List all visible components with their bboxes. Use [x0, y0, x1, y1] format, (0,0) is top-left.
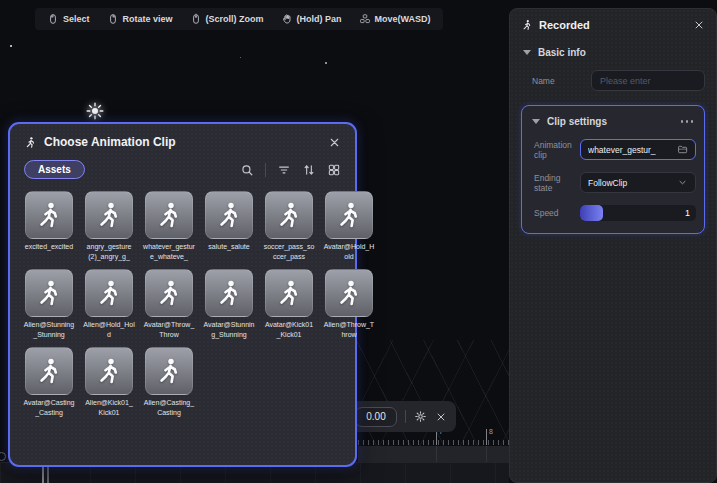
timeline-settings-button[interactable] — [414, 410, 427, 423]
tool-select[interactable]: Select — [47, 13, 90, 25]
walker-icon — [34, 356, 64, 386]
animation-clip-item[interactable]: Avatar@Casting_Casting — [23, 347, 75, 419]
close-icon — [435, 411, 447, 423]
filter-button[interactable] — [277, 163, 291, 177]
clip-thumbnail[interactable] — [85, 191, 133, 239]
clip-settings-section-header[interactable]: Clip settings — [532, 116, 696, 127]
panel-title: Recorded — [539, 19, 687, 31]
clip-name: angry_gesture (2)_angry_g_ — [83, 242, 135, 263]
clip-name: Alien@Throw_Throw — [323, 320, 375, 341]
animation-clip-item[interactable]: excited_excited — [23, 191, 75, 263]
recorded-panel: Recorded Basic info Name Clip settings A… — [509, 8, 717, 483]
wasd-keys-icon — [359, 13, 371, 25]
ending-state-row: Ending state FollowClip — [530, 172, 696, 193]
filter-icon — [277, 163, 291, 177]
clip-thumbnail[interactable] — [85, 347, 133, 395]
tool-label: (Scroll) Zoom — [206, 14, 264, 24]
basic-info-section-header[interactable]: Basic info — [523, 47, 705, 58]
animation-clip-label: Animation clip — [534, 140, 580, 160]
animation-clip-value: whatever_gestur_ — [588, 145, 677, 155]
assets-filter-button[interactable]: Assets — [24, 160, 85, 179]
clip-thumbnail[interactable] — [25, 269, 73, 317]
tool-rotate-view[interactable]: Rotate view — [107, 13, 173, 25]
more-icon[interactable] — [678, 117, 697, 126]
animation-clip-item[interactable]: Alien@Hold_Hold — [83, 269, 135, 341]
ending-state-value: FollowClip — [588, 178, 677, 188]
clip-thumbnail[interactable] — [145, 269, 193, 317]
sort-button[interactable] — [302, 163, 316, 177]
animation-clip-item[interactable]: Alien@Throw_Throw — [323, 269, 375, 341]
clip-thumbnail[interactable] — [145, 347, 193, 395]
section-title: Clip settings — [547, 116, 607, 127]
clip-thumbnail[interactable] — [265, 269, 313, 317]
clip-thumbnail[interactable] — [205, 269, 253, 317]
speed-label: Speed — [534, 208, 580, 218]
animation-clip-field[interactable]: whatever_gestur_ — [580, 139, 696, 160]
app-window: Select Rotate view (Scroll) Zoom (Hold) … — [0, 0, 717, 483]
walker-icon — [334, 200, 364, 230]
walker-icon — [521, 19, 533, 31]
clip-name: Avatar@Kick01_Kick01 — [263, 320, 315, 341]
clip-thumbnail[interactable] — [25, 191, 73, 239]
divider — [265, 163, 266, 177]
dialog-close-button[interactable] — [328, 136, 341, 149]
animation-clip-item[interactable]: Avatar@Stunning_Stunning — [203, 269, 255, 341]
animation-clip-item[interactable]: Avatar@Hold_Hold — [323, 191, 375, 263]
mouse-scroll-icon — [190, 13, 202, 25]
dialog-header: Choose Animation Clip — [10, 124, 355, 156]
clip-thumbnail[interactable] — [25, 347, 73, 395]
clip-settings-card: Clip settings Animation clip whatever_ge… — [521, 105, 705, 234]
animation-clip-item[interactable]: soccer_pass_soccer_pass — [263, 191, 315, 263]
tool-label: (Hold) Pan — [297, 14, 342, 24]
speed-slider[interactable]: 1 — [580, 205, 696, 221]
light-gizmo-icon[interactable] — [85, 101, 105, 121]
time-value-input[interactable]: 0.00 — [355, 407, 397, 427]
clip-name: Avatar@Throw_Throw — [143, 320, 195, 341]
clip-thumbnail[interactable] — [325, 191, 373, 239]
name-row: Name — [521, 70, 705, 91]
grid-view-icon — [327, 163, 341, 177]
tool-label: Move(WASD) — [375, 14, 431, 24]
name-input[interactable] — [591, 70, 705, 91]
close-icon — [693, 19, 705, 31]
animation-clip-item[interactable]: whatever_gesture_whateve_ — [143, 191, 195, 263]
panel-header: Recorded — [521, 19, 705, 31]
search-button[interactable] — [240, 163, 254, 177]
keyframe-toolbar: 0.00 — [344, 401, 456, 432]
clip-name: excited_excited — [23, 242, 75, 263]
search-icon — [240, 163, 254, 177]
ruler-major-tick — [486, 429, 487, 445]
speed-value: 1 — [685, 205, 690, 221]
clip-name: whatever_gesture_whateve_ — [143, 242, 195, 263]
star-dot — [10, 45, 12, 47]
ending-state-label: Ending state — [534, 173, 580, 193]
tool-label: Select — [63, 14, 90, 24]
walker-icon — [274, 278, 304, 308]
grid-view-button[interactable] — [327, 163, 341, 177]
animation-clip-item[interactable]: Alien@Kick01_Kick01 — [83, 347, 135, 419]
timeline-track[interactable] — [358, 446, 509, 462]
clip-thumbnail[interactable] — [205, 191, 253, 239]
star-dot — [325, 62, 327, 64]
sort-icon — [302, 163, 316, 177]
tool-move-wasd[interactable]: Move(WASD) — [359, 13, 431, 25]
ending-state-select[interactable]: FollowClip — [580, 172, 696, 193]
clip-thumbnail[interactable] — [145, 191, 193, 239]
timeline-close-button[interactable] — [435, 411, 447, 423]
animation-clip-item[interactable]: Alien@Stunning_Stunning — [23, 269, 75, 341]
animation-clip-item[interactable]: Avatar@Kick01_Kick01 — [263, 269, 315, 341]
animation-clip-item[interactable]: Avatar@Throw_Throw — [143, 269, 195, 341]
clip-grid: excited_excited angry_gesture (2)_angry_… — [10, 187, 355, 419]
clip-thumbnail[interactable] — [85, 269, 133, 317]
clip-thumbnail[interactable] — [265, 191, 313, 239]
animation-clip-item[interactable]: salute_salute — [203, 191, 255, 263]
tool-scroll-zoom[interactable]: (Scroll) Zoom — [190, 13, 264, 25]
panel-close-button[interactable] — [693, 19, 705, 31]
clip-name: soccer_pass_soccer_pass — [263, 242, 315, 263]
animation-clip-item[interactable]: Alien@Casting_Casting — [143, 347, 195, 419]
tool-hold-pan[interactable]: (Hold) Pan — [281, 13, 342, 25]
animation-clip-item[interactable]: angry_gesture (2)_angry_g_ — [83, 191, 135, 263]
clip-name: Avatar@Casting_Casting — [23, 398, 75, 419]
clip-thumbnail[interactable] — [325, 269, 373, 317]
walker-icon — [334, 278, 364, 308]
